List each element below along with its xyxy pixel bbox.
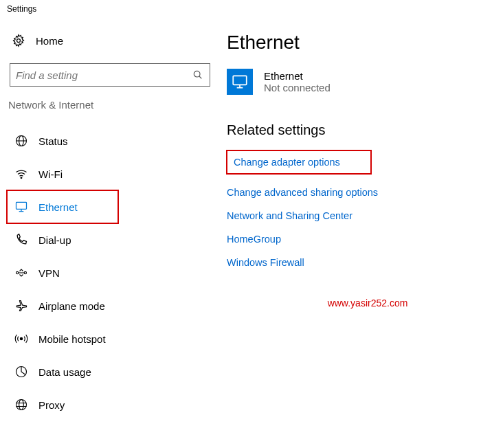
search-icon	[192, 69, 204, 81]
sidebar-item-label: VPN	[38, 267, 60, 279]
sidebar-item-label: Wi-Fi	[38, 168, 63, 180]
ethernet-monitor-icon	[14, 199, 29, 214]
sidebar-item-wifi[interactable]: Wi-Fi	[7, 157, 213, 190]
svg-point-1	[194, 71, 200, 77]
home-label: Home	[36, 35, 63, 47]
globe-grid-icon	[14, 133, 29, 148]
watermark: www.yasir252.com	[261, 274, 474, 309]
sidebar-item-ethernet[interactable]: Ethernet	[7, 190, 118, 223]
svg-point-15	[16, 400, 27, 410]
search-input[interactable]	[10, 63, 210, 87]
svg-point-16	[19, 400, 24, 410]
home-button[interactable]: Home	[7, 18, 213, 63]
svg-point-6	[21, 177, 22, 179]
search-field[interactable]	[16, 69, 192, 81]
svg-point-13	[20, 337, 22, 339]
sidebar: Home Network & Internet Status	[7, 18, 220, 421]
sidebar-item-label: Proxy	[38, 399, 65, 411]
sidebar-item-status[interactable]: Status	[7, 124, 213, 157]
link-windows-firewall[interactable]: Windows Firewall	[227, 251, 474, 274]
svg-rect-19	[233, 76, 247, 85]
svg-point-11	[24, 271, 26, 273]
sidebar-item-label: Ethernet	[38, 201, 78, 213]
link-change-adapter-options[interactable]: Change adapter options	[227, 150, 371, 174]
sidebar-item-label: Airplane mode	[38, 300, 105, 312]
sidebar-item-label: Dial-up	[38, 234, 71, 246]
link-homegroup[interactable]: HomeGroup	[227, 227, 474, 251]
svg-point-10	[16, 271, 19, 273]
sidebar-item-proxy[interactable]: Proxy	[7, 388, 213, 421]
sidebar-item-vpn[interactable]: VPN	[7, 256, 213, 289]
category-label: Network & Internet	[7, 99, 213, 124]
related-heading: Related settings	[227, 122, 474, 150]
link-network-sharing-center[interactable]: Network and Sharing Center	[227, 204, 474, 227]
svg-point-0	[17, 39, 21, 43]
hotspot-icon	[14, 331, 29, 346]
sidebar-item-label: Status	[38, 135, 68, 147]
adapter-title: Ethernet	[264, 70, 331, 82]
link-change-advanced-sharing[interactable]: Change advanced sharing options	[227, 181, 474, 204]
gear-icon	[11, 33, 26, 48]
sidebar-item-datausage[interactable]: Data usage	[7, 355, 213, 388]
sidebar-item-label: Data usage	[38, 366, 91, 378]
sidebar-item-airplane[interactable]: Airplane mode	[7, 289, 213, 322]
globe-icon	[14, 397, 29, 412]
vpn-icon	[14, 265, 29, 280]
wifi-icon	[14, 166, 29, 181]
phone-icon	[14, 232, 29, 247]
adapter-status: Not connected	[264, 82, 331, 93]
sidebar-item-hotspot[interactable]: Mobile hotspot	[7, 322, 213, 355]
sidebar-item-dialup[interactable]: Dial-up	[7, 223, 213, 256]
svg-line-2	[199, 76, 201, 78]
page-title: Ethernet	[227, 18, 474, 69]
main-panel: Ethernet Ethernet Not connected Related …	[220, 18, 474, 421]
pie-chart-icon	[14, 364, 29, 379]
sidebar-item-label: Mobile hotspot	[38, 333, 106, 345]
svg-rect-7	[16, 202, 27, 209]
window-title: Settings	[0, 0, 481, 18]
ethernet-adapter-card[interactable]: Ethernet Not connected	[227, 69, 474, 122]
ethernet-tile-icon	[227, 69, 253, 95]
airplane-icon	[14, 298, 29, 313]
